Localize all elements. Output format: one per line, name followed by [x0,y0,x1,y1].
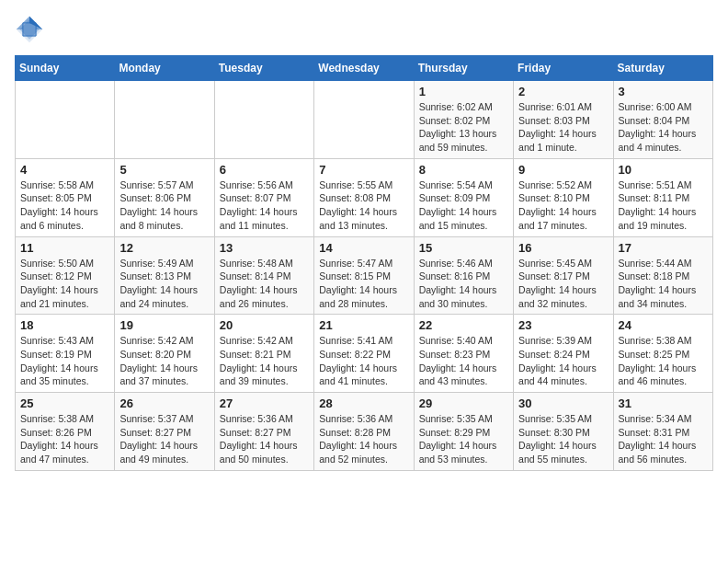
day-info-line: Daylight: 13 hours and 59 minutes. [419,127,508,154]
day-info-line: Sunset: 8:26 PM [20,426,109,440]
day-info-line: Sunset: 8:18 PM [619,270,708,283]
day-number: 27 [220,396,309,410]
day-info-line: Daylight: 14 hours and 19 minutes. [619,205,708,232]
day-number: 6 [220,163,309,177]
day-info-line: Daylight: 14 hours and 47 minutes. [20,439,109,465]
day-info-line: Sunrise: 5:39 AM [518,334,608,348]
day-number: 21 [319,318,408,332]
day-info-line: Sunrise: 5:35 AM [518,412,608,426]
header-saturday: Saturday [613,56,712,81]
day-number: 10 [619,163,708,177]
day-info-line: Sunrise: 5:58 AM [20,178,109,192]
day-number: 25 [20,396,109,410]
day-info-line: Daylight: 14 hours and 4 minutes. [619,127,708,154]
day-number: 14 [319,241,408,255]
day-info-line: Sunrise: 5:46 AM [419,257,508,270]
day-info-line: Daylight: 14 hours and 8 minutes. [119,205,209,232]
header-thursday: Thursday [414,56,513,81]
day-info-line: Sunrise: 6:01 AM [518,100,608,114]
calendar-cell: 9Sunrise: 5:52 AMSunset: 8:10 PMDaylight… [514,158,613,236]
day-info-line: Sunset: 8:16 PM [419,270,508,283]
day-info-line: Daylight: 14 hours and 32 minutes. [518,283,608,310]
calendar-header-row: SundayMondayTuesdayWednesdayThursdayFrid… [16,56,713,81]
day-number: 7 [319,163,408,177]
day-info-line: Sunrise: 5:37 AM [119,412,209,426]
calendar-cell [16,81,115,159]
calendar-cell: 13Sunrise: 5:48 AMSunset: 8:14 PMDayligh… [214,236,313,315]
day-info-line: Sunset: 8:22 PM [319,348,408,362]
day-number: 15 [419,241,508,255]
day-info-line: Sunrise: 5:38 AM [20,412,109,426]
calendar-cell [314,81,414,159]
day-info-line: Sunset: 8:23 PM [419,348,508,362]
calendar-week-0: 1Sunrise: 6:02 AMSunset: 8:02 PMDaylight… [16,81,713,159]
day-info-line: Sunrise: 5:40 AM [419,334,508,348]
day-info-line: Sunset: 8:07 PM [220,191,309,205]
day-info-line: Sunrise: 5:51 AM [619,178,708,192]
calendar-cell: 6Sunrise: 5:56 AMSunset: 8:07 PMDaylight… [214,158,313,236]
day-info-line: Sunset: 8:15 PM [319,270,408,283]
calendar-cell: 26Sunrise: 5:37 AMSunset: 8:27 PMDayligh… [115,393,214,471]
day-number: 22 [419,318,508,332]
calendar-cell: 2Sunrise: 6:01 AMSunset: 8:03 PMDaylight… [514,81,613,159]
day-info-line: Daylight: 14 hours and 35 minutes. [20,362,109,388]
day-info-line: Sunset: 8:08 PM [319,191,408,205]
calendar-cell: 19Sunrise: 5:42 AMSunset: 8:20 PMDayligh… [115,315,214,393]
logo [15,15,48,44]
day-info-line: Daylight: 14 hours and 46 minutes. [619,362,708,388]
day-info-line: Sunset: 8:31 PM [619,426,708,440]
day-info-line: Sunset: 8:13 PM [119,270,209,283]
day-number: 19 [119,318,209,332]
calendar-cell: 5Sunrise: 5:57 AMSunset: 8:06 PMDaylight… [115,158,214,236]
day-info-line: Sunrise: 5:42 AM [119,334,209,348]
day-info-line: Sunrise: 5:42 AM [220,334,309,348]
day-info-line: Sunrise: 5:41 AM [319,334,408,348]
day-number: 9 [518,163,608,177]
day-number: 20 [220,318,309,332]
day-info-line: Daylight: 14 hours and 37 minutes. [119,362,209,388]
calendar-cell: 16Sunrise: 5:45 AMSunset: 8:17 PMDayligh… [514,236,613,315]
day-info-line: Sunset: 8:27 PM [220,426,309,440]
calendar-cell: 10Sunrise: 5:51 AMSunset: 8:11 PMDayligh… [613,158,712,236]
day-info-line: Sunset: 8:03 PM [518,114,608,128]
day-info-line: Daylight: 14 hours and 24 minutes. [119,283,209,310]
calendar-cell: 25Sunrise: 5:38 AMSunset: 8:26 PMDayligh… [16,393,115,471]
day-info-line: Sunrise: 5:38 AM [619,334,708,348]
day-info-line: Sunrise: 5:54 AM [419,178,508,192]
day-info-line: Daylight: 14 hours and 41 minutes. [319,362,408,388]
day-info-line: Daylight: 14 hours and 56 minutes. [619,439,708,465]
day-number: 3 [619,85,708,98]
day-info-line: Sunrise: 5:36 AM [220,412,309,426]
calendar-cell: 29Sunrise: 5:35 AMSunset: 8:29 PMDayligh… [414,393,513,471]
calendar-cell: 21Sunrise: 5:41 AMSunset: 8:22 PMDayligh… [314,315,414,393]
day-info-line: Sunrise: 5:44 AM [619,257,708,270]
day-number: 26 [119,396,209,410]
day-number: 2 [518,85,608,98]
calendar-cell: 23Sunrise: 5:39 AMSunset: 8:24 PMDayligh… [514,315,613,393]
day-info-line: Daylight: 14 hours and 43 minutes. [419,362,508,388]
day-info-line: Sunset: 8:19 PM [20,348,109,362]
calendar-cell: 3Sunrise: 6:00 AMSunset: 8:04 PMDaylight… [613,81,712,159]
header-monday: Monday [115,56,214,81]
day-info-line: Sunrise: 5:55 AM [319,178,408,192]
day-number: 28 [319,396,408,410]
day-number: 13 [220,241,309,255]
calendar-cell [115,81,214,159]
day-number: 1 [419,85,508,98]
calendar-cell: 18Sunrise: 5:43 AMSunset: 8:19 PMDayligh… [16,315,115,393]
calendar-cell: 24Sunrise: 5:38 AMSunset: 8:25 PMDayligh… [613,315,712,393]
day-info-line: Sunset: 8:21 PM [220,348,309,362]
day-info-line: Daylight: 14 hours and 50 minutes. [220,439,309,465]
day-info-line: Sunset: 8:10 PM [518,191,608,205]
day-info-line: Sunset: 8:02 PM [419,114,508,128]
day-info-line: Sunrise: 5:36 AM [319,412,408,426]
day-number: 8 [419,163,508,177]
calendar-cell [214,81,313,159]
day-info-line: Sunset: 8:20 PM [119,348,209,362]
day-info-line: Daylight: 14 hours and 55 minutes. [518,439,608,465]
calendar-cell: 8Sunrise: 5:54 AMSunset: 8:09 PMDaylight… [414,158,513,236]
header-sunday: Sunday [16,56,115,81]
day-info-line: Sunrise: 5:35 AM [419,412,508,426]
header-friday: Friday [514,56,613,81]
day-number: 30 [518,396,608,410]
